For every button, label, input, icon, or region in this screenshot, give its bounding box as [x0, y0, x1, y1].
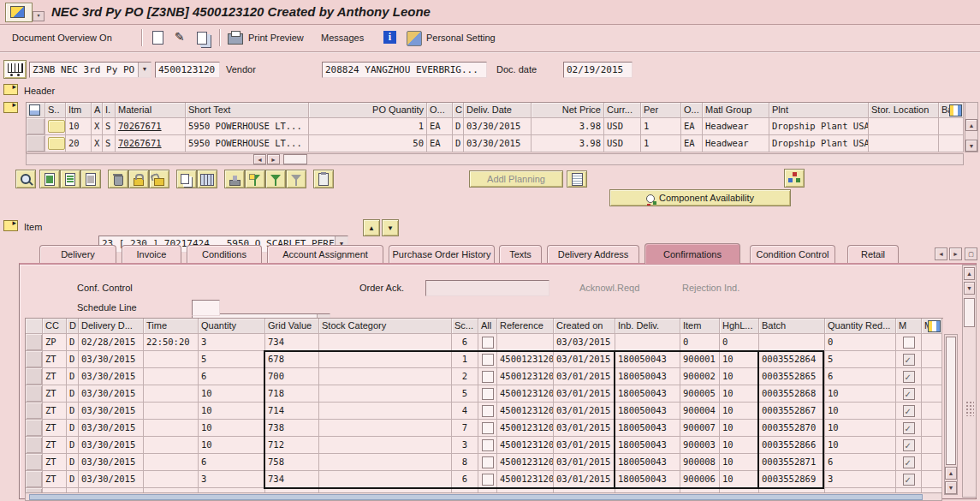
row-selector[interactable]	[26, 420, 43, 437]
layout-icon[interactable]	[197, 170, 217, 188]
cell[interactable]: 4	[452, 403, 478, 420]
cell[interactable]: 03/30/2015	[464, 118, 532, 135]
cell[interactable]	[319, 351, 452, 368]
column-header[interactable]: Matl Group	[703, 103, 769, 118]
column-header[interactable]: Inb. Deliv.	[615, 319, 680, 334]
cell[interactable]: 6	[199, 368, 265, 385]
cell[interactable]	[922, 368, 942, 385]
column-header[interactable]: C	[453, 103, 464, 118]
material-link[interactable]: 70267671	[118, 121, 162, 131]
column-header[interactable]: A	[92, 103, 103, 118]
tab-delivery-address[interactable]: Delivery Address	[547, 245, 639, 263]
order-ack-field[interactable]	[425, 280, 549, 296]
cell[interactable]: 03/30/2015	[79, 351, 144, 368]
cell[interactable]	[478, 351, 497, 368]
cell[interactable]	[319, 403, 452, 420]
cell[interactable]: 70267671	[116, 135, 186, 152]
scroll-down-icon[interactable]: ▼	[945, 481, 957, 494]
relationships-icon[interactable]	[784, 169, 805, 188]
column-header[interactable]: MF	[922, 319, 942, 334]
cell[interactable]: 10	[720, 351, 759, 368]
cell[interactable]: 180050043	[615, 403, 680, 420]
all-checkbox[interactable]	[482, 474, 494, 486]
cell[interactable]	[922, 351, 942, 368]
cell[interactable]: 10	[66, 118, 92, 135]
cell[interactable]	[922, 334, 942, 351]
cell[interactable]: 0	[720, 334, 759, 351]
column-header[interactable]: Delivery D...	[79, 319, 144, 334]
cell[interactable]	[939, 135, 964, 152]
print-preview-button[interactable]: Print Preview	[248, 33, 304, 43]
cell[interactable]: Headwear	[703, 118, 769, 135]
v-scroll-thumb[interactable]	[946, 337, 956, 465]
row-selector[interactable]	[26, 471, 43, 488]
cell[interactable]: 0003552870	[759, 420, 825, 437]
h-scroll-thumb[interactable]	[283, 154, 307, 164]
m-checkbox[interactable]	[903, 474, 915, 486]
cell[interactable]: Dropship Plant USA	[769, 135, 869, 152]
column-header[interactable]: Itm	[66, 103, 92, 118]
column-header[interactable]: Time	[144, 319, 199, 334]
cell[interactable]: 0003552869	[759, 471, 825, 488]
create-document-icon[interactable]	[152, 31, 163, 45]
tab-texts[interactable]: Texts	[499, 245, 542, 263]
cell[interactable]: 10	[720, 437, 759, 454]
cell[interactable]: 1	[641, 135, 681, 152]
cell[interactable]	[896, 437, 922, 454]
cell[interactable]: 3	[199, 471, 265, 488]
tab-confirmations[interactable]: Confirmations	[644, 243, 740, 264]
cell[interactable]	[896, 385, 922, 403]
cell[interactable]	[759, 334, 825, 351]
cell[interactable]: 4500123120	[497, 420, 554, 437]
row-selector[interactable]	[26, 334, 43, 351]
tab-retail[interactable]: Retail	[847, 245, 899, 263]
cell[interactable]: 6	[452, 471, 478, 488]
cell[interactable]: 4500123120	[497, 403, 554, 420]
cell[interactable]: 3	[825, 471, 896, 488]
cell[interactable]: USD	[604, 135, 641, 152]
column-header[interactable]: Created on	[554, 319, 615, 334]
default-values-icon[interactable]	[224, 170, 245, 188]
cell[interactable]: 03/30/2015	[79, 471, 144, 488]
scroll-up-icon[interactable]: ▲	[964, 267, 975, 280]
note-icon[interactable]	[567, 170, 587, 188]
column-header[interactable]: Per	[641, 103, 681, 118]
cell[interactable]	[478, 385, 497, 403]
cell[interactable]: 10	[199, 437, 265, 454]
cell[interactable]: 03/01/2015	[554, 351, 615, 368]
cell[interactable]: ZT	[43, 437, 67, 454]
cell[interactable]: EA	[427, 135, 453, 152]
cell[interactable]: 03/30/2015	[79, 437, 144, 454]
cell[interactable]: USD	[604, 118, 641, 135]
cell[interactable]: 678	[265, 351, 319, 368]
cell[interactable]: 03/01/2015	[554, 385, 615, 403]
tab-purchase-order-history[interactable]: Purchase Order History	[389, 245, 495, 263]
select-all-icon[interactable]	[29, 104, 40, 116]
chevron-down-icon[interactable]: ▼	[138, 63, 151, 77]
table-settings-icon[interactable]	[928, 320, 941, 332]
cell[interactable]: 8	[452, 454, 478, 471]
column-header[interactable]	[26, 319, 43, 334]
scroll-up-icon[interactable]: ▲	[945, 467, 957, 480]
column-header[interactable]: HghL...	[720, 319, 759, 334]
row-selector[interactable]	[27, 118, 45, 135]
shopping-cart-icon[interactable]	[3, 60, 27, 79]
cell[interactable]: 10	[825, 385, 896, 403]
cell[interactable]: D	[67, 437, 79, 454]
cell[interactable]: EA	[681, 118, 703, 135]
cell[interactable]: 4500123120	[497, 454, 554, 471]
cell[interactable]: X	[92, 118, 103, 135]
cell[interactable]: D	[67, 454, 79, 471]
tab-scroll-right-icon[interactable]: ►	[949, 248, 962, 260]
column-header[interactable]: M	[896, 319, 922, 334]
item-status-button[interactable]	[48, 120, 65, 133]
cell[interactable]: ZT	[43, 420, 67, 437]
cell[interactable]: 03/01/2015	[554, 454, 615, 471]
cell[interactable]: 10	[720, 385, 759, 403]
clipboard-icon[interactable]	[313, 170, 334, 188]
cell[interactable]: 0003552867	[759, 403, 825, 420]
column-header[interactable]: Stor. Location	[869, 103, 939, 118]
cell[interactable]	[615, 334, 680, 351]
column-header[interactable]: Grid Value	[265, 319, 319, 334]
column-header[interactable]: Batch	[759, 319, 825, 334]
